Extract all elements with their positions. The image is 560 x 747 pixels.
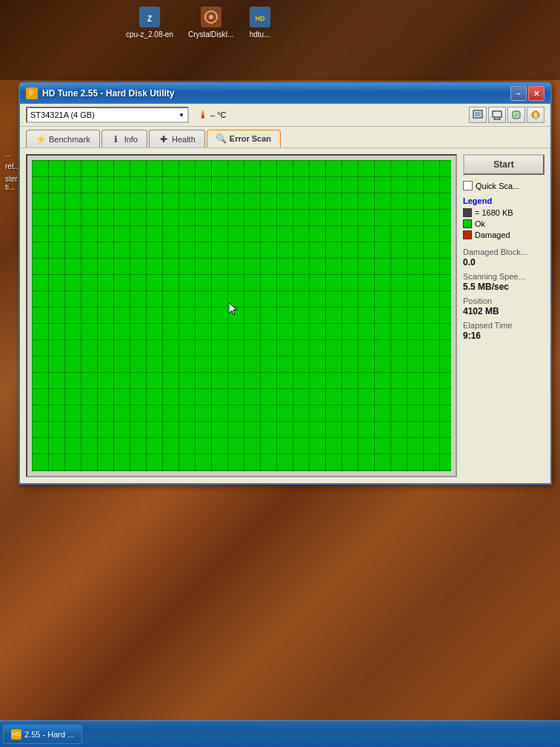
- drive-selector[interactable]: ST34321A (4 GB) ▼: [26, 107, 189, 123]
- legend-damaged: Damaged: [463, 230, 544, 239]
- error-scan-tab-label: Error Scan: [230, 134, 271, 143]
- cpu-z-icon: Z: [139, 6, 161, 28]
- svg-point-4: [209, 15, 213, 19]
- content-area: Start Quick Sca... Legend = 1680 KB Ok: [20, 147, 550, 483]
- minimize-button[interactable]: –: [510, 86, 527, 101]
- temperature-icon: 🌡: [198, 109, 208, 121]
- toolbar-icon-2[interactable]: [488, 107, 506, 123]
- legend-title: Legend: [463, 196, 544, 205]
- legend-block-size: = 1680 KB: [463, 208, 544, 217]
- taskbar-item-label: 2.55 - Hard ...: [24, 730, 74, 739]
- toolbar-icon-1[interactable]: [469, 107, 487, 123]
- top-desktop-area: Z cpu-z_2.08-en CrystalDiskI... HD: [0, 0, 560, 80]
- taskbar: HD 2.55 - Hard ...: [0, 720, 560, 747]
- legend-ok: Ok: [463, 219, 544, 228]
- scan-area: [26, 154, 457, 477]
- desktop-icon-crystaldisk[interactable]: CrystalDiskI...: [188, 6, 234, 39]
- toolbar-icon-4[interactable]: $: [527, 107, 544, 123]
- stats-section: Damaged Block... 0.0 Scanning Spee... 5.…: [463, 248, 544, 345]
- legend-block-label: = 1680 KB: [475, 208, 513, 217]
- title-bar-left: HD Tune 2.55 - Hard Disk Utility: [26, 87, 174, 99]
- legend-section: Legend = 1680 KB Ok Damaged: [463, 196, 544, 242]
- elapsed-time-label: Elapsed Time: [463, 321, 544, 330]
- svg-text:✓: ✓: [514, 113, 519, 118]
- quick-scan-row: Quick Sca...: [463, 181, 544, 190]
- legend-block-icon: [463, 208, 472, 217]
- crystaldisk-icon: [200, 6, 222, 28]
- dropdown-arrow-icon: ▼: [179, 112, 184, 119]
- position-label: Position: [463, 296, 544, 305]
- taskbar-hdtune[interactable]: HD 2.55 - Hard ...: [3, 725, 82, 744]
- legend-damaged-label: Damaged: [475, 230, 510, 239]
- mouse-cursor: [229, 303, 238, 316]
- close-button[interactable]: ✕: [528, 86, 544, 101]
- quick-scan-label: Quick Sca...: [476, 182, 519, 190]
- legend-ok-label: Ok: [475, 219, 485, 228]
- desktop-icon-hdtune[interactable]: HD hdtu...: [249, 6, 271, 39]
- scanning-speed-label: Scanning Spee...: [463, 272, 544, 281]
- start-label: Start: [493, 159, 513, 170]
- app-icon: [26, 87, 38, 99]
- legend-damaged-icon: [463, 230, 472, 239]
- hdtune-window: HD Tune 2.55 - Hard Disk Utility – ✕ ST3…: [19, 82, 552, 485]
- hdtune-icon: HD: [249, 6, 271, 28]
- svg-text:HD: HD: [255, 15, 264, 22]
- svg-marker-14: [229, 303, 237, 315]
- toolbar: ST34321A (4 GB) ▼ 🌡 – °C ✓ $: [20, 104, 550, 127]
- hdtune-desktop-label: hdtu...: [250, 30, 270, 39]
- taskbar-hdtune-icon: HD: [11, 729, 21, 740]
- temperature-value: – °C: [210, 110, 227, 119]
- cpu-z-label: cpu-z_2.08-en: [126, 30, 173, 39]
- benchmark-tab-icon: ⚡: [36, 134, 46, 145]
- close-icon: ✕: [533, 90, 539, 98]
- desktop-icon-cpu-z[interactable]: Z cpu-z_2.08-en: [126, 6, 173, 39]
- position-value: 4102 MB: [463, 306, 544, 316]
- svg-rect-9: [493, 111, 501, 117]
- svg-text:Z: Z: [147, 15, 152, 23]
- quick-scan-checkbox[interactable]: [463, 181, 473, 190]
- health-tab-icon: ✚: [159, 134, 169, 145]
- crystaldisk-label: CrystalDiskI...: [188, 30, 234, 39]
- tab-bar: ⚡ Benchmark ℹ Info ✚ Health 🔍 Error Scan: [20, 127, 550, 147]
- benchmark-tab-label: Benchmark: [49, 135, 90, 144]
- tab-health[interactable]: ✚ Health: [149, 130, 205, 147]
- scanning-speed-value: 5.5 MB/sec: [463, 282, 544, 292]
- window-title: HD Tune 2.55 - Hard Disk Utility: [42, 88, 174, 99]
- error-scan-tab-icon: 🔍: [216, 133, 227, 144]
- temperature-display: 🌡 – °C: [198, 109, 227, 121]
- svg-rect-8: [475, 112, 481, 116]
- toolbar-icons: ✓ $: [469, 107, 544, 123]
- svg-text:$: $: [533, 112, 537, 119]
- desktop-top-icons: Z cpu-z_2.08-en CrystalDiskI... HD: [126, 6, 271, 39]
- health-tab-label: Health: [172, 135, 196, 144]
- info-tab-icon: ℹ: [111, 134, 121, 145]
- legend-ok-icon: [463, 219, 472, 228]
- toolbar-icon-3[interactable]: ✓: [507, 107, 525, 123]
- right-panel: Start Quick Sca... Legend = 1680 KB Ok: [463, 154, 544, 477]
- damaged-blocks-value: 0.0: [463, 257, 544, 268]
- minimize-icon: –: [516, 90, 521, 98]
- tab-info[interactable]: ℹ Info: [101, 130, 147, 147]
- damaged-blocks-label: Damaged Block...: [463, 248, 544, 256]
- title-bar: HD Tune 2.55 - Hard Disk Utility – ✕: [20, 83, 550, 104]
- tab-benchmark[interactable]: ⚡ Benchmark: [26, 130, 100, 147]
- info-tab-label: Info: [124, 135, 138, 144]
- tab-error-scan[interactable]: 🔍 Error Scan: [207, 130, 281, 147]
- drive-label: ST34321A (4 GB): [30, 110, 95, 119]
- elapsed-time-value: 9:16: [463, 331, 544, 341]
- start-button[interactable]: Start: [463, 154, 544, 175]
- scan-grid: [32, 160, 451, 471]
- title-buttons: – ✕: [510, 86, 544, 101]
